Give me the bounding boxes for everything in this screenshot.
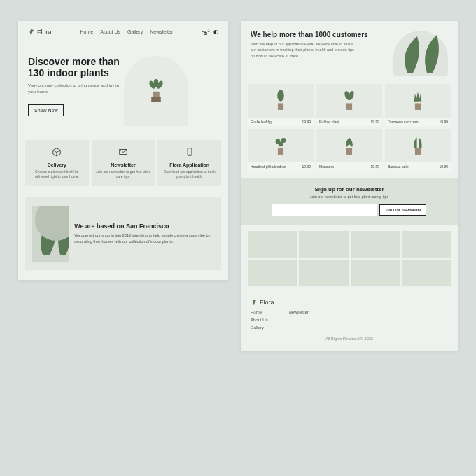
- product-card[interactable]: Heartleaf philodendron19.99: [248, 129, 314, 171]
- product-grid: Fiddle leaf fig19.99 Rubber plant19.99 D…: [241, 81, 458, 178]
- about-text: We are based on San Francisco We opened …: [74, 223, 214, 244]
- footer: Flora Home About Us Gallery Newsletter A…: [241, 292, 458, 351]
- feature-app: Flora Application Download our applicati…: [158, 140, 221, 186]
- gallery-image[interactable]: [351, 260, 400, 286]
- landing-page-bottom: We help more than 1000 customers With th…: [241, 21, 458, 351]
- landing-page-top: Flora Home About Us Gallery Newsletter 🛍…: [18, 21, 228, 280]
- footer-brand[interactable]: Flora: [251, 299, 448, 306]
- product-price: 19.99: [370, 164, 379, 169]
- join-newsletter-button[interactable]: Join Our Newsletter: [379, 204, 426, 216]
- header-actions: 🛍1 ◐: [202, 28, 218, 36]
- footer-link-about[interactable]: About Us: [251, 316, 268, 324]
- product-price: 19.99: [302, 120, 311, 124]
- svg-rect-3: [153, 91, 160, 98]
- svg-rect-13: [415, 103, 421, 110]
- product-card[interactable]: Monstera19.99: [316, 129, 382, 171]
- about-title: We are based on San Francisco: [74, 223, 214, 230]
- newsletter-text: Join our newsletter to get free plant ca…: [251, 195, 448, 199]
- feature-text: Join our newsletter to get free plant ca…: [96, 169, 151, 179]
- svg-point-8: [277, 90, 284, 101]
- nav-newsletter[interactable]: Newsletter: [150, 29, 173, 34]
- feature-cards: Delivery Choose a plant and it will be d…: [18, 133, 228, 193]
- hero-subtitle: View our new collection to bring peace a…: [28, 83, 119, 95]
- cart-icon[interactable]: 🛍1: [202, 28, 210, 36]
- svg-rect-4: [151, 97, 161, 102]
- svg-point-16: [279, 142, 284, 147]
- footer-link-gallery[interactable]: Gallery: [251, 324, 268, 332]
- hero-image: [124, 56, 188, 126]
- about-body: We opened our shop in late 2019 intendin…: [74, 232, 214, 244]
- feature-title: Newsletter: [96, 162, 151, 167]
- help-image: [393, 31, 448, 76]
- newsletter-section: Sign up for our newsletter Join our news…: [241, 178, 458, 225]
- svg-rect-9: [278, 103, 284, 110]
- mail-icon: [118, 147, 128, 157]
- product-name: Monstera: [319, 164, 334, 169]
- app-icon: [185, 147, 195, 157]
- gallery-image[interactable]: [402, 231, 451, 258]
- svg-point-7: [189, 154, 190, 155]
- product-price: 19.99: [439, 120, 448, 124]
- product-name: Bamboo palm: [388, 164, 410, 169]
- svg-point-15: [281, 138, 286, 143]
- help-title: We help more than 1000 customers: [251, 31, 368, 38]
- product-name: Dracaena corn plant: [388, 120, 419, 124]
- theme-toggle-icon[interactable]: ◐: [214, 29, 218, 35]
- newsletter-email-input[interactable]: [272, 204, 377, 216]
- leaf-icon: [28, 29, 35, 36]
- hero-text: Discover more than 130 indoor plants Vie…: [28, 56, 120, 126]
- gallery-image[interactable]: [248, 260, 297, 286]
- footer-link-home[interactable]: Home: [251, 309, 268, 316]
- copyright: All Rights Reserved © 2022: [251, 337, 448, 341]
- header: Flora Home About Us Gallery Newsletter 🛍…: [18, 21, 228, 41]
- svg-rect-17: [278, 148, 284, 155]
- leaf-icon: [251, 299, 258, 306]
- product-card[interactable]: Bamboo palm19.99: [385, 129, 451, 171]
- gallery-image[interactable]: [299, 231, 348, 258]
- nav-gallery[interactable]: Gallery: [127, 29, 143, 34]
- brand-name: Flora: [37, 29, 52, 36]
- product-card[interactable]: Rubber plant19.99: [316, 84, 382, 126]
- product-price: 19.99: [302, 164, 311, 169]
- nav-home[interactable]: Home: [80, 29, 94, 34]
- box-icon: [52, 147, 62, 157]
- product-price: 19.99: [439, 164, 448, 169]
- product-name: Fiddle leaf fig: [251, 120, 272, 124]
- svg-rect-18: [346, 148, 352, 155]
- product-card[interactable]: Fiddle leaf fig19.99: [248, 84, 314, 126]
- feature-text: Choose a plant and it will be delivered …: [29, 169, 85, 179]
- feature-title: Flora Application: [162, 162, 217, 167]
- newsletter-title: Sign up for our newsletter: [251, 186, 448, 192]
- about-section: We are based on San Francisco We opened …: [25, 197, 221, 270]
- hero-title: Discover more than 130 indoor plants: [28, 56, 120, 78]
- product-name: Heartleaf philodendron: [251, 164, 286, 169]
- svg-rect-12: [346, 103, 352, 110]
- feature-title: Delivery: [29, 162, 85, 167]
- feature-text: Download our application to track your p…: [162, 169, 217, 179]
- cart-count: 1: [207, 28, 210, 33]
- nav-about[interactable]: About Us: [100, 29, 120, 34]
- hero: Discover more than 130 indoor plants Vie…: [18, 41, 228, 133]
- feature-delivery: Delivery Choose a plant and it will be d…: [25, 140, 89, 186]
- help-body: With the help of our application Flora, …: [251, 41, 356, 59]
- nav: Home About Us Gallery Newsletter: [80, 29, 174, 34]
- footer-links: Home About Us Gallery Newsletter: [251, 309, 448, 331]
- gallery-image[interactable]: [248, 231, 297, 258]
- brand-name: Flora: [260, 299, 274, 306]
- product-name: Rubber plant: [319, 120, 340, 124]
- gallery-image[interactable]: [299, 260, 348, 286]
- help-text: We help more than 1000 customers With th…: [251, 31, 368, 76]
- svg-rect-19: [415, 148, 421, 155]
- gallery-image[interactable]: [351, 231, 400, 258]
- gallery-image[interactable]: [402, 260, 451, 286]
- brand[interactable]: Flora: [28, 29, 52, 36]
- about-image: [32, 206, 69, 262]
- image-gallery: [241, 225, 458, 292]
- feature-newsletter: Newsletter Join our newsletter to get fr…: [92, 140, 155, 186]
- product-card[interactable]: Dracaena corn plant19.99: [385, 84, 451, 126]
- help-section: We help more than 1000 customers With th…: [241, 21, 458, 81]
- show-now-button[interactable]: Show Now: [28, 104, 64, 116]
- product-price: 19.99: [370, 120, 379, 124]
- newsletter-form: Join Our Newsletter: [251, 204, 448, 216]
- footer-link-newsletter[interactable]: Newsletter: [289, 309, 309, 316]
